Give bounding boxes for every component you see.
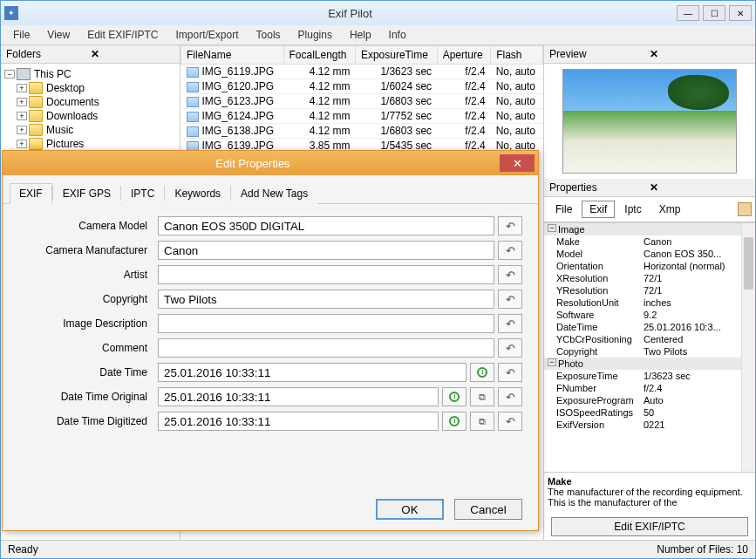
properties-close-icon[interactable]: ✕ <box>650 181 750 194</box>
undo-button[interactable]: ↶ <box>498 314 522 333</box>
col-focallength[interactable]: FocalLength <box>283 46 355 65</box>
prop-row[interactable]: YResolution72/1 <box>544 284 755 297</box>
ok-button[interactable]: OK <box>376 499 444 520</box>
status-bar: Ready Number of Files: 10 <box>1 540 755 558</box>
close-button[interactable]: ✕ <box>729 5 752 21</box>
tree-root-label[interactable]: This PC <box>34 68 72 80</box>
dtab-add-new-tags[interactable]: Add New Tags <box>231 183 317 204</box>
artist-input[interactable] <box>158 265 494 284</box>
prop-group-photo[interactable]: −Photo <box>544 358 755 370</box>
table-row[interactable]: IMG_6119.JPG4.12 mm1/3623 secf/2.4No, au… <box>181 65 543 79</box>
tree-toggle-icon[interactable]: + <box>17 112 27 120</box>
cancel-button[interactable]: Cancel <box>454 499 522 520</box>
dtab-exif-gps[interactable]: EXIF GPS <box>53 183 120 204</box>
properties-options-icon[interactable] <box>738 202 752 216</box>
clock-button[interactable] <box>442 387 467 406</box>
folder-icon <box>29 110 43 122</box>
properties-tabs: FileExifIptcXmp <box>544 197 755 222</box>
collapse-icon[interactable]: − <box>548 224 556 232</box>
menu-editexifiptc[interactable]: Edit EXIF/IPTC <box>80 27 165 43</box>
copyright-input[interactable] <box>158 290 494 309</box>
dtab-iptc[interactable]: IPTC <box>121 183 164 204</box>
col-exposuretime[interactable]: ExposureTime <box>355 46 437 65</box>
clock-button[interactable] <box>470 363 494 382</box>
clock-button[interactable] <box>442 412 467 431</box>
menu-file[interactable]: File <box>6 27 37 43</box>
menu-importexport[interactable]: Import/Export <box>169 27 246 43</box>
undo-button[interactable]: ↶ <box>498 412 522 431</box>
undo-button[interactable]: ↶ <box>498 387 522 406</box>
undo-button[interactable]: ↶ <box>498 265 522 284</box>
prop-row[interactable]: OrientationHorizontal (normal) <box>544 260 755 272</box>
tab-iptc[interactable]: Iptc <box>616 201 649 218</box>
preview-close-icon[interactable]: ✕ <box>650 48 750 60</box>
prop-row[interactable]: ExposureProgramAuto <box>544 394 755 406</box>
date-time-digitized-input[interactable] <box>158 412 439 431</box>
table-row[interactable]: IMG_6123.JPG4.12 mm1/6803 secf/2.4No, au… <box>181 94 543 109</box>
folder-downloads[interactable]: +Downloads <box>17 109 176 123</box>
collapse-icon[interactable]: − <box>548 358 556 366</box>
date-time-original-input[interactable] <box>158 387 439 406</box>
menu-view[interactable]: View <box>40 27 77 43</box>
scrollbar[interactable] <box>741 223 755 472</box>
tree-toggle-icon[interactable]: + <box>17 126 27 134</box>
prop-row[interactable]: YCbCrPositioningCentered <box>544 333 755 345</box>
image-description-input[interactable] <box>158 314 494 333</box>
undo-button[interactable]: ↶ <box>498 241 522 260</box>
undo-button[interactable]: ↶ <box>498 338 522 358</box>
property-tree[interactable]: −ImageMakeCanonModelCanon EOS 350...Orie… <box>544 222 755 472</box>
prop-row[interactable]: CopyrightTwo Pilots <box>544 345 755 358</box>
folder-pictures[interactable]: +Pictures <box>17 137 176 151</box>
prop-row[interactable]: Software9.2 <box>544 309 755 321</box>
prop-row[interactable]: ISOSpeedRatings50 <box>544 406 755 419</box>
copy-icon: ⧉ <box>479 416 486 427</box>
folders-close-icon[interactable]: ✕ <box>91 48 175 60</box>
date-time-input[interactable] <box>158 363 467 382</box>
prop-row[interactable]: ExifVersion0221 <box>544 419 755 431</box>
copy-button[interactable]: ⧉ <box>470 387 494 406</box>
tab-exif[interactable]: Exif <box>582 201 615 218</box>
camera-model-input[interactable] <box>158 216 494 235</box>
tree-toggle-icon[interactable]: + <box>17 98 27 106</box>
minimize-button[interactable]: — <box>677 5 699 21</box>
folder-music[interactable]: +Music <box>17 123 176 137</box>
prop-group-image[interactable]: −Image <box>544 223 755 235</box>
table-row[interactable]: IMG_6138.JPG4.12 mm1/6803 secf/2.4No, au… <box>181 124 543 139</box>
col-filename[interactable]: FileName <box>181 46 284 65</box>
tree-toggle-icon[interactable]: + <box>17 140 27 148</box>
prop-row[interactable]: FNumberf/2.4 <box>544 382 755 394</box>
tab-xmp[interactable]: Xmp <box>651 201 689 218</box>
dialog-close-button[interactable]: ✕ <box>500 154 535 172</box>
undo-button[interactable]: ↶ <box>498 290 522 309</box>
menu-help[interactable]: Help <box>343 27 378 43</box>
col-aperture[interactable]: Aperture <box>437 46 491 65</box>
undo-button[interactable]: ↶ <box>498 216 522 235</box>
table-row[interactable]: IMG_6120.JPG4.12 mm1/6024 secf/2.4No, au… <box>181 79 543 94</box>
menu-info[interactable]: Info <box>382 27 413 43</box>
prop-row[interactable]: DateTime25.01.2016 10:3... <box>544 321 755 333</box>
folder-desktop[interactable]: +Desktop <box>17 81 176 95</box>
menu-tools[interactable]: Tools <box>249 27 288 43</box>
folder-documents[interactable]: +Documents <box>17 95 176 109</box>
prop-row[interactable]: ResolutionUnitinches <box>544 297 755 309</box>
table-row[interactable]: IMG_6124.JPG4.12 mm1/7752 secf/2.4No, au… <box>181 109 543 124</box>
tree-toggle-icon[interactable]: − <box>4 70 15 78</box>
menu-plugins[interactable]: Plugins <box>291 27 339 43</box>
comment-input[interactable] <box>158 338 494 358</box>
prop-row[interactable]: XResolution72/1 <box>544 272 755 284</box>
col-flash[interactable]: Flash <box>491 46 543 65</box>
prop-row[interactable]: ExposureTime1/3623 sec <box>544 370 755 382</box>
prop-row[interactable]: MakeCanon <box>544 235 755 248</box>
prop-row[interactable]: ModelCanon EOS 350... <box>544 248 755 260</box>
camera-manufacturer-input[interactable] <box>158 241 494 260</box>
edit-exif-button[interactable]: Edit EXIF/IPTC <box>551 517 748 536</box>
maximize-button[interactable]: ☐ <box>703 5 725 21</box>
dtab-keywords[interactable]: Keywords <box>165 183 230 204</box>
undo-icon: ↶ <box>506 293 515 306</box>
tree-toggle-icon[interactable]: + <box>17 84 27 92</box>
tab-file[interactable]: File <box>548 201 580 218</box>
dialog-title-bar[interactable]: Edit Properties ✕ <box>3 151 538 175</box>
copy-button[interactable]: ⧉ <box>470 412 494 431</box>
undo-button[interactable]: ↶ <box>498 363 522 382</box>
dtab-exif[interactable]: EXIF <box>10 183 52 204</box>
